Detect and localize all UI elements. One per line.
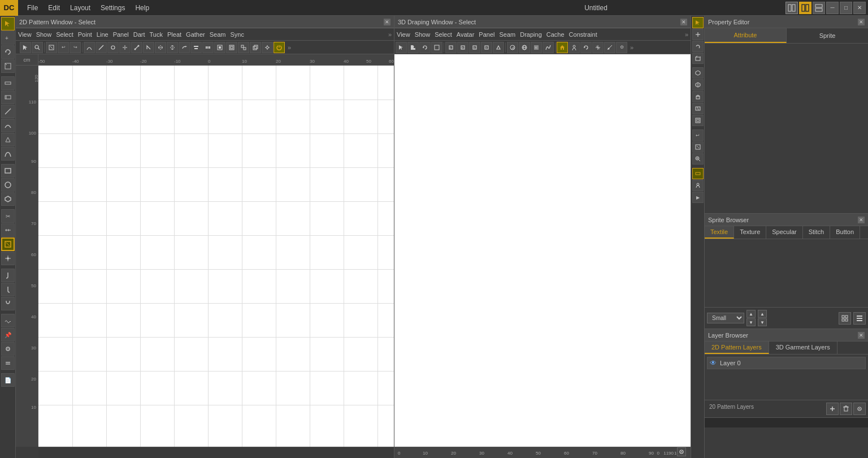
layer-delete-btn[interactable]: [840, 403, 852, 415]
tool-note[interactable]: 📄: [1, 373, 15, 387]
tool-scissors[interactable]: ✂: [1, 209, 15, 223]
sprite-tab-texture[interactable]: Texture: [734, 226, 766, 239]
dmenu-avatar[interactable]: Avatar: [457, 31, 475, 38]
sprite-down2-btn[interactable]: ▼: [758, 318, 767, 326]
pt-group[interactable]: [238, 42, 249, 53]
menu-layout[interactable]: Layout: [66, 3, 95, 13]
pt-select[interactable]: [20, 42, 31, 53]
pt-distribute[interactable]: [202, 42, 214, 53]
sprite-tab-specular[interactable]: Specular: [766, 226, 802, 239]
pattern-canvas[interactable]: [38, 66, 394, 447]
dt3-cube2[interactable]: [692, 79, 704, 90]
maximize-btn[interactable]: □: [840, 2, 852, 14]
pt-contract[interactable]: [226, 42, 237, 53]
dt-measure3d[interactable]: [604, 42, 615, 53]
minimize-btn[interactable]: ─: [826, 2, 839, 14]
sprite-tab-textile[interactable]: Textile: [705, 226, 734, 239]
tool-polygon[interactable]: [1, 192, 15, 206]
dt3-cube3[interactable]: [692, 91, 704, 102]
layout-btn-3[interactable]: [813, 2, 825, 14]
pt-join[interactable]: [131, 42, 142, 53]
dt-persp[interactable]: [493, 42, 504, 53]
tool-line[interactable]: [1, 105, 15, 118]
tool-hook1[interactable]: [1, 269, 15, 282]
pt-snap[interactable]: [262, 42, 273, 53]
dmenu-seam[interactable]: Seam: [500, 31, 516, 38]
dt-reset[interactable]: [580, 42, 592, 53]
pt-undo[interactable]: ↩: [58, 42, 69, 53]
pt-power[interactable]: [274, 42, 285, 53]
pt-redo[interactable]: ↪: [70, 42, 81, 53]
draping-window-close[interactable]: ✕: [680, 19, 687, 25]
dt-grid3d[interactable]: [592, 42, 604, 53]
tool-measure[interactable]: [1, 76, 15, 90]
layer-tab-3d[interactable]: 3D Garment Layers: [769, 342, 837, 354]
pattern-window-close[interactable]: ✕: [384, 19, 390, 25]
tab-sprite[interactable]: Sprite: [787, 28, 868, 43]
tool-scale[interactable]: [1, 59, 15, 73]
pt-rotate90[interactable]: [179, 42, 190, 53]
tool-measure2[interactable]: [1, 90, 15, 104]
pt-split[interactable]: [119, 42, 131, 53]
pmenu-seam[interactable]: Seam: [210, 31, 226, 38]
dmenu-panel[interactable]: Panel: [479, 31, 494, 38]
pt-align[interactable]: [190, 42, 202, 53]
dt3-box[interactable]: [692, 53, 704, 64]
menu-file[interactable]: File: [23, 3, 42, 13]
dt-top[interactable]: T: [481, 42, 492, 53]
pmenu-pleat[interactable]: Pleat: [167, 31, 181, 38]
sprite-up2-btn[interactable]: ▲: [758, 310, 767, 318]
sprite-tab-button[interactable]: Button: [830, 226, 860, 239]
pt-angle[interactable]: [143, 42, 154, 53]
dt-back[interactable]: B: [457, 42, 468, 53]
prop-editor-close[interactable]: ✕: [858, 19, 865, 25]
pmenu-point[interactable]: Point: [78, 31, 92, 38]
layout-btn-2[interactable]: [799, 2, 811, 14]
dmenu-constraint[interactable]: Constraint: [569, 31, 597, 38]
tool-curve[interactable]: [1, 119, 15, 132]
sprite-tab-stitch[interactable]: Stitch: [803, 226, 831, 239]
dt-smooth[interactable]: [542, 42, 554, 53]
tool-pin[interactable]: 📌: [1, 328, 15, 342]
dt-rotate[interactable]: [419, 42, 431, 53]
dt3-avatar2[interactable]: [692, 180, 704, 191]
menu-settings[interactable]: Settings: [96, 3, 129, 13]
pt-straight[interactable]: [96, 42, 107, 53]
pt-curve[interactable]: [84, 42, 95, 53]
dt-scale[interactable]: [431, 42, 442, 53]
draping-settings-btn[interactable]: [677, 447, 686, 456]
dt3-cube4[interactable]: [692, 103, 704, 114]
layout-btn-1[interactable]: [785, 2, 798, 14]
pt-expand[interactable]: [214, 42, 225, 53]
tool-hook2[interactable]: [1, 283, 15, 296]
dt-settings[interactable]: ⚙: [616, 42, 627, 53]
dmenu-view[interactable]: View: [397, 31, 410, 38]
close-btn-app[interactable]: ✕: [853, 2, 866, 14]
tool-select[interactable]: [1, 17, 15, 31]
dt3-zoom-fit[interactable]: [692, 141, 704, 153]
layer-browser-close[interactable]: ✕: [858, 332, 865, 339]
tool-active1[interactable]: [1, 237, 15, 251]
dt-avatar[interactable]: [568, 42, 580, 53]
pt-ungroup[interactable]: [250, 42, 261, 53]
dt-select[interactable]: [396, 42, 407, 53]
pt-fit[interactable]: [46, 42, 57, 53]
dmenu-draping[interactable]: Draping: [520, 31, 542, 38]
draping-canvas[interactable]: [394, 54, 691, 447]
tool-rotate[interactable]: [1, 45, 15, 59]
layer-name[interactable]: Layer 0: [720, 360, 741, 366]
tool-rect[interactable]: [1, 164, 15, 178]
dt-front[interactable]: F: [445, 42, 457, 53]
pmenu-line[interactable]: Line: [97, 31, 108, 38]
tool-active2[interactable]: [1, 252, 15, 265]
pmenu-tuck[interactable]: Tuck: [150, 31, 163, 38]
pt-mirror[interactable]: [155, 42, 166, 53]
layer-add-btn[interactable]: [826, 403, 839, 415]
sprite-list-btn[interactable]: [853, 312, 866, 325]
dt3-transform[interactable]: [692, 29, 704, 40]
pmenu-gather[interactable]: Gather: [186, 31, 205, 38]
pt-flip[interactable]: [167, 42, 178, 53]
sprite-up-btn[interactable]: ▲: [747, 310, 756, 318]
pmenu-show[interactable]: Show: [36, 31, 52, 38]
tool-corner[interactable]: [1, 342, 15, 356]
